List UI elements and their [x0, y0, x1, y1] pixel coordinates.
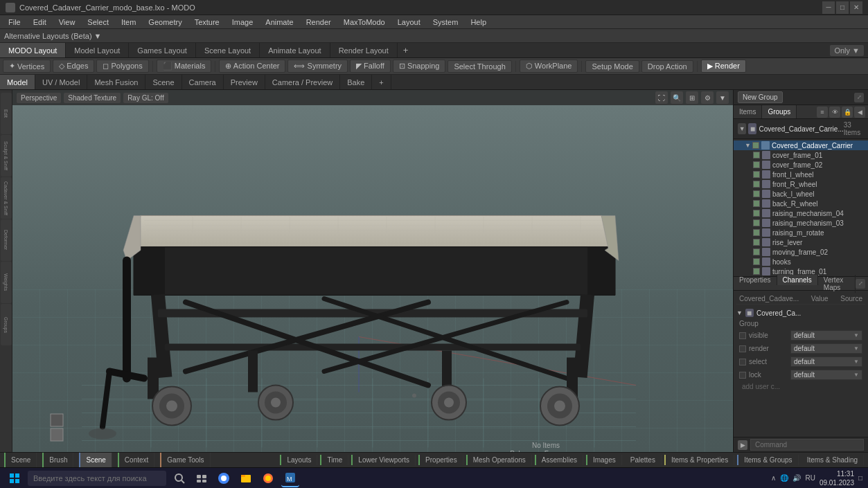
prop-dropdown-visible[interactable]: default ▼ [790, 330, 862, 341]
edges-button[interactable]: ◇ Edges [53, 60, 94, 73]
tree-checkbox[interactable] [753, 210, 760, 217]
taskbar-icon-taskview[interactable] [193, 469, 211, 487]
status-images[interactable]: Images [586, 455, 622, 465]
layout-tab-modo[interactable]: MODO Layout [0, 43, 66, 57]
layout-tab-animate[interactable]: Animate Layout [260, 43, 330, 57]
snapping-button[interactable]: ⊡ Snapping [393, 60, 446, 73]
tree-checkbox[interactable] [753, 268, 760, 275]
taskbar-icon-firefox[interactable] [259, 469, 277, 487]
tree-checkbox[interactable] [753, 190, 760, 197]
tree-item[interactable]: cover_frame_02 [734, 160, 868, 170]
menu-animate[interactable]: Animate [260, 17, 299, 28]
menu-edit[interactable]: Edit [28, 17, 52, 28]
polygons-button[interactable]: ◻ Polygons [96, 60, 148, 73]
status-tab-context[interactable]: Context [118, 453, 154, 467]
tree-checkbox[interactable] [753, 171, 760, 178]
status-properties[interactable]: Properties [418, 455, 463, 465]
view-tab-camera-preview[interactable]: Camera / Preview [265, 75, 340, 89]
taskbar-icon-modo[interactable]: M [281, 469, 299, 487]
menu-maxtomodo[interactable]: MaxToModo [338, 17, 391, 28]
close-button[interactable]: ✕ [850, 1, 862, 14]
volume-icon[interactable]: 🔊 [792, 474, 801, 482]
layout-add-button[interactable]: + [398, 43, 414, 57]
sidebar-cadaver-btn[interactable]: Cadaver & Sniff [1, 177, 12, 219]
menu-file[interactable]: File [3, 17, 26, 28]
tree-checkbox[interactable] [753, 161, 760, 168]
tree-item[interactable]: front_R_wheel [734, 179, 868, 189]
window-controls[interactable]: ─ □ ✕ [822, 1, 862, 14]
status-items-props[interactable]: Items & Properties [664, 455, 734, 465]
menu-layout[interactable]: Layout [392, 17, 426, 28]
view-tab-mesh-fusion[interactable]: Mesh Fusion [87, 75, 145, 89]
view-tab-camera[interactable]: Camera [182, 75, 224, 89]
windows-start-button[interactable] [6, 469, 24, 487]
falloff-button[interactable]: ◤ Falloff [350, 60, 391, 73]
minimize-button[interactable]: ─ [822, 1, 835, 14]
menu-item[interactable]: Item [116, 17, 141, 28]
add-user-row[interactable]: add user c... [736, 381, 865, 392]
expand-props-icon[interactable]: ⤢ [856, 279, 865, 289]
tree-checkbox[interactable] [753, 248, 760, 255]
tab-items[interactable]: Items [734, 105, 762, 118]
lock-icon[interactable]: 🔒 [842, 107, 853, 118]
menu-render[interactable]: Render [301, 17, 337, 28]
tree-item[interactable]: front_l_wheel [734, 170, 868, 179]
tree-checkbox[interactable] [753, 200, 760, 207]
select-through-button[interactable]: Select Through [448, 60, 511, 73]
filter-icon[interactable]: ≡ [817, 107, 828, 118]
view-tab-add[interactable]: + [372, 75, 391, 89]
tree-item-root[interactable]: ▼ Covered_Cadaver_Carrier [734, 141, 868, 150]
status-tab-scene[interactable]: Scene [4, 453, 37, 467]
taskbar-search[interactable] [28, 471, 166, 486]
layout-tab-render[interactable]: Render Layout [330, 43, 398, 57]
shading-dropdown[interactable]: Shaded Texture [64, 93, 121, 103]
alt-layouts-button[interactable]: Alternative Layouts (Beta) ▼ [4, 32, 102, 40]
menu-help[interactable]: Help [465, 17, 492, 28]
command-input[interactable] [750, 439, 864, 451]
sidebar-sculpt-btn[interactable]: Sculpt & Sniff [1, 135, 12, 177]
view-tab-model[interactable]: Model [0, 75, 35, 89]
status-palettes[interactable]: Palettes [625, 455, 662, 465]
tree-checkbox[interactable] [753, 239, 760, 246]
perspective-dropdown[interactable]: Perspective [17, 93, 61, 103]
status-items-groups[interactable]: Items & Groups [737, 455, 798, 465]
tree-checkbox[interactable] [753, 181, 760, 188]
workplane-button[interactable]: ⬡ WorkPlane [520, 60, 578, 73]
raygl-toggle[interactable]: Ray GL: Off [123, 93, 168, 103]
status-items-shading[interactable]: Items & Shading [801, 455, 864, 465]
menu-geometry[interactable]: Geometry [143, 17, 187, 28]
tree-item[interactable]: back_R_wheel [734, 199, 868, 208]
tree-checkbox[interactable] [753, 152, 760, 159]
tab-vertex-maps[interactable]: Vertex Maps [818, 275, 856, 293]
view-tab-scene[interactable]: Scene [145, 75, 181, 89]
drop-action-button[interactable]: Drop Action [641, 60, 693, 73]
taskbar-icon-explorer[interactable] [237, 469, 255, 487]
vertices-button[interactable]: ✦ ✦ Vertices Vertices [3, 60, 51, 73]
tree-item[interactable]: rise_lever [734, 237, 868, 247]
menu-system[interactable]: System [427, 17, 464, 28]
collapse-icon[interactable]: ▼ [738, 123, 746, 134]
render-button[interactable]: ▶ Render [701, 60, 746, 73]
network-icon[interactable]: 🌐 [780, 474, 788, 482]
tree-item[interactable]: raising_mechanism_04 [734, 208, 868, 218]
menu-texture[interactable]: Texture [189, 17, 225, 28]
sidebar-groups-btn[interactable]: Groups [1, 304, 12, 345]
prop-dropdown-select[interactable]: default ▼ [790, 356, 862, 367]
eye-icon[interactable]: 👁 [829, 107, 840, 118]
tab-channels[interactable]: Channels [777, 275, 818, 285]
panel-expand-icon[interactable]: ⤢ [854, 93, 864, 102]
sidebar-edit-btn[interactable]: Edit [1, 93, 12, 134]
layout-tab-model[interactable]: Model Layout [66, 43, 129, 57]
render-icon[interactable]: ◀ [854, 107, 865, 118]
status-tab-brush[interactable]: Brush [42, 453, 73, 467]
tree-checkbox[interactable] [752, 142, 759, 149]
taskbar-icon-search[interactable] [170, 469, 188, 487]
settings-viewport-icon[interactable]: ⚙ [701, 91, 714, 104]
sidebar-weights-btn[interactable]: Weights [1, 262, 12, 303]
taskbar-icon-chrome[interactable] [215, 469, 233, 487]
tree-item[interactable]: moving_frame_02 [734, 247, 868, 257]
symmetry-button[interactable]: ⟺ Symmetry [287, 60, 348, 73]
selected-item-row[interactable]: ▼ ◼ Covered_Ca... [736, 307, 865, 318]
tree-item[interactable]: raising_m_rotate [734, 228, 868, 237]
tree-checkbox[interactable] [753, 229, 760, 236]
